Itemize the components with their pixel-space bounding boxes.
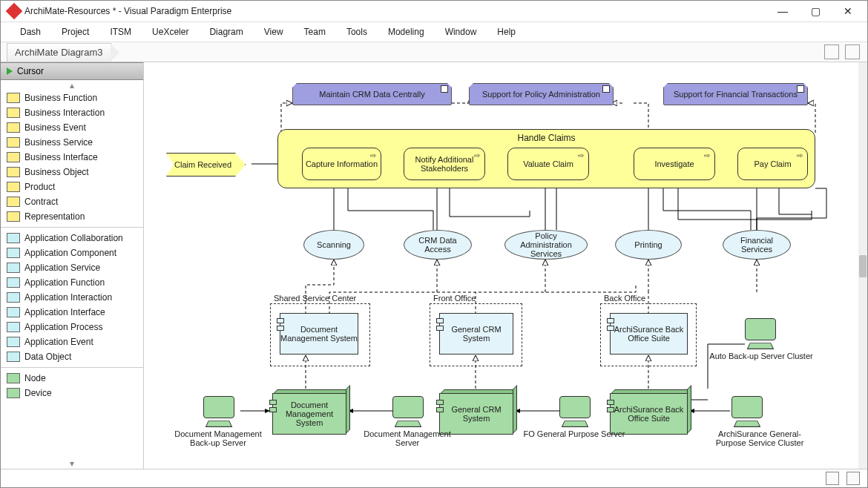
service-scanning[interactable]: Scanning	[303, 230, 364, 260]
menu-view[interactable]: View	[254, 24, 294, 40]
titlebar: ArchiMate-Resources * - Visual Paradigm …	[1, 1, 867, 22]
requirement-financial[interactable]: Support for Financial Transactions	[663, 83, 808, 105]
palette-items: Business Function Business Interaction B…	[1, 90, 143, 458]
menu-modeling[interactable]: Modeling	[378, 24, 435, 40]
menu-project[interactable]: Project	[51, 24, 99, 40]
device-fo-general-purpose-server[interactable]	[559, 396, 591, 427]
diagram-tab-label: ArchiMate Diagram3	[15, 47, 103, 58]
breadcrumb-bar: ArchiMate Diagram3	[1, 42, 867, 62]
menu-tools[interactable]: Tools	[336, 24, 378, 40]
menubar: Dash Project ITSM UeXceler Diagram View …	[1, 22, 867, 42]
palette-business-interaction[interactable]: Business Interaction	[1, 105, 143, 120]
palette-app-event[interactable]: Application Event	[1, 334, 143, 349]
device-dm-backup-server-label: Document Management Back-up Server	[166, 429, 270, 447]
menu-uexceler[interactable]: UeXceler	[142, 24, 199, 40]
menu-window[interactable]: Window	[435, 24, 487, 40]
palette-product[interactable]: Product	[1, 179, 143, 194]
step-investigate[interactable]: Investigate⇨	[634, 148, 715, 180]
service-policy-admin[interactable]: Policy Administration Services	[504, 230, 588, 260]
palette-data-object[interactable]: Data Object	[1, 349, 143, 364]
palette-device[interactable]: Device	[1, 386, 143, 400]
diagram-tab[interactable]: ArchiMate Diagram3	[7, 43, 111, 62]
device-archisurance-gp-cluster-label: ArchiSurance General-Purpose Service Clu…	[708, 429, 812, 447]
menu-itsm[interactable]: ITSM	[99, 24, 142, 40]
statusbar	[1, 469, 867, 487]
step-capture-information[interactable]: Capture Information⇨	[302, 148, 381, 180]
device-dm-backup-server[interactable]	[203, 396, 234, 427]
app-logo-icon	[6, 3, 23, 20]
palette-app-component[interactable]: Application Component	[1, 245, 143, 260]
palette-scroll-down[interactable]: ▾	[1, 458, 143, 469]
device-fo-gps-label: FO General Purpose Server	[522, 429, 626, 438]
window-controls: — ▢ ✕	[766, 1, 864, 21]
palette-app-service[interactable]: Application Service	[1, 260, 143, 275]
palette-business-event[interactable]: Business Event	[1, 120, 143, 135]
status-mail-icon[interactable]	[826, 472, 839, 485]
cursor-label: Cursor	[17, 66, 44, 76]
service-crm-data-access[interactable]: CRM Data Access	[404, 230, 472, 260]
vertical-scrollbar[interactable]	[858, 62, 867, 469]
window-title: ArchiMate-Resources * - Visual Paradigm …	[24, 6, 766, 16]
main-body: Cursor ▴ Business Function Business Inte…	[1, 62, 867, 469]
shape-palette: Cursor ▴ Business Function Business Inte…	[1, 62, 144, 469]
service-financial[interactable]: Financial Services	[723, 230, 791, 260]
node-archisurance-bos[interactable]: ArchiSurance Back Office Suite	[610, 393, 688, 435]
maximize-button[interactable]: ▢	[799, 1, 832, 21]
step-pay-claim[interactable]: Pay Claim⇨	[737, 148, 808, 180]
palette-business-interface[interactable]: Business Interface	[1, 150, 143, 165]
palette-app-collaboration[interactable]: Application Collaboration	[1, 231, 143, 245]
palette-representation[interactable]: Representation	[1, 209, 143, 224]
menu-dash[interactable]: Dash	[10, 24, 51, 40]
palette-app-process[interactable]: Application Process	[1, 320, 143, 334]
toolbar-icon-1[interactable]	[824, 44, 839, 59]
close-button[interactable]: ✕	[832, 1, 864, 21]
app-window: ArchiMate-Resources * - Visual Paradigm …	[0, 0, 868, 488]
minimize-button[interactable]: —	[766, 1, 799, 21]
palette-business-service[interactable]: Business Service	[1, 135, 143, 150]
menu-team[interactable]: Team	[294, 24, 336, 40]
palette-business-function[interactable]: Business Function	[1, 90, 143, 105]
service-printing[interactable]: Printing	[615, 230, 682, 260]
handle-claims-label: Handle Claims	[278, 133, 815, 143]
palette-scroll-up[interactable]: ▴	[1, 80, 143, 90]
event-claim-received[interactable]: Claim Received	[166, 153, 246, 177]
device-auto-backup-cluster[interactable]	[745, 318, 776, 349]
device-dm-server-label: Document Management Server	[355, 429, 459, 447]
palette-app-function[interactable]: Application Function	[1, 275, 143, 290]
cursor-icon	[7, 67, 13, 75]
menu-diagram[interactable]: Diagram	[199, 24, 253, 40]
palette-node[interactable]: Node	[1, 371, 143, 386]
component-crm[interactable]: General CRM System	[439, 313, 513, 355]
palette-app-interface[interactable]: Application Interface	[1, 305, 143, 320]
requirement-crm[interactable]: Maintain CRM Data Centrally	[292, 83, 452, 105]
palette-cursor[interactable]: Cursor	[1, 62, 143, 80]
palette-contract[interactable]: Contract	[1, 194, 143, 209]
menu-help[interactable]: Help	[487, 24, 526, 40]
palette-business-object[interactable]: Business Object	[1, 165, 143, 179]
step-valuate-claim[interactable]: Valuate Claim⇨	[507, 148, 589, 180]
canvas-area: Maintain CRM Data Centrally Support for …	[144, 62, 867, 469]
toolbar-icon-2[interactable]	[845, 44, 860, 59]
component-archisurance-bos[interactable]: ArchiSurance Back Office Suite	[610, 313, 688, 355]
step-notify-stakeholders[interactable]: Notify Additional Stakeholders⇨	[404, 148, 485, 180]
component-dms[interactable]: Document Management System	[280, 313, 358, 355]
requirement-policy[interactable]: Support for Policy Administration	[469, 83, 614, 105]
node-crm[interactable]: General CRM System	[439, 393, 513, 435]
status-doc-icon[interactable]	[846, 472, 860, 485]
device-dm-server[interactable]	[392, 396, 424, 427]
node-dms[interactable]: Document Management System	[272, 393, 346, 435]
scrollbar-thumb[interactable]	[859, 255, 867, 277]
palette-app-interaction[interactable]: Application Interaction	[1, 290, 143, 305]
device-auto-backup-cluster-label: Auto Back-up Server Cluster	[709, 352, 813, 360]
diagram-canvas[interactable]: Maintain CRM Data Centrally Support for …	[144, 62, 858, 469]
device-archisurance-gp-cluster[interactable]	[731, 396, 763, 427]
